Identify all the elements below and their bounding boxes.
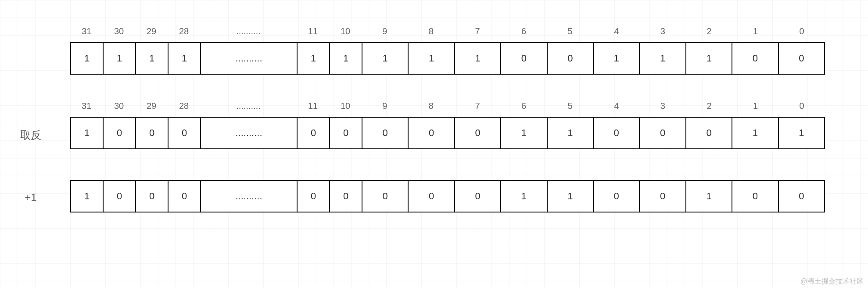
bit-cell: 0 [136, 181, 169, 212]
bit-cell: 1 [298, 43, 330, 74]
bit-cell: .......... [201, 118, 298, 148]
bit-index-header: 31302928..........11109876543210 [70, 101, 825, 113]
watermark: @稀土掘金技术社区 [800, 277, 864, 286]
bit-cell: 0 [362, 181, 409, 212]
bit-index-c2: 2 [686, 26, 732, 39]
bit-index-c0: 0 [778, 101, 825, 113]
bit-index-header: 31302928..........11109876543210 [70, 26, 825, 39]
bit-cell: 0 [298, 181, 330, 212]
bit-cell: 1 [362, 43, 409, 74]
diagram-stage: @稀土掘金技术社区 31302928..........111098765432… [0, 0, 868, 288]
bit-row-block-plus-one: 1000..........000001100100 [70, 180, 825, 212]
bit-index-c8: 8 [408, 26, 455, 39]
bit-cell: 1 [686, 181, 732, 212]
bit-index-c10: 10 [329, 101, 362, 113]
bit-index-c28: 28 [168, 101, 200, 113]
bit-cell: 0 [362, 118, 409, 148]
bit-cell: 1 [501, 181, 547, 212]
bit-cell: 0 [732, 43, 778, 74]
bit-index-c0: 0 [778, 26, 825, 39]
bit-cell: 0 [779, 181, 824, 212]
bit-index-ell: .......... [200, 26, 297, 39]
bit-cell: 0 [104, 118, 136, 148]
bit-index-c5: 5 [547, 101, 593, 113]
bit-cell: 1 [548, 118, 594, 148]
bit-cell: 1 [640, 43, 686, 74]
bit-index-c29: 29 [135, 101, 168, 113]
bit-cell: 0 [732, 181, 778, 212]
bit-index-c30: 30 [103, 101, 135, 113]
bit-cell: 0 [779, 43, 824, 74]
bit-index-c7: 7 [454, 26, 501, 39]
bit-cell: 0 [455, 181, 501, 212]
bit-index-c31: 31 [70, 26, 103, 39]
bit-index-c28: 28 [168, 26, 200, 39]
bit-index-c11: 11 [297, 101, 329, 113]
bit-row-block-invert: 31302928..........111098765432101000....… [70, 101, 825, 149]
bit-index-c4: 4 [593, 26, 640, 39]
bit-cell: 1 [455, 43, 501, 74]
bit-cell: 1 [71, 43, 104, 74]
bit-cell: 1 [594, 43, 640, 74]
bit-cell: 0 [330, 118, 362, 148]
bit-cell: 0 [594, 118, 640, 148]
bit-cell: 0 [330, 181, 362, 212]
bit-cell: 0 [640, 118, 686, 148]
bit-cell: 1 [501, 118, 547, 148]
row-label-invert: 取反 [0, 128, 61, 142]
bit-index-ell: .......... [200, 101, 297, 113]
bit-row-plus-one: 1000..........000001100100 [70, 180, 825, 212]
bit-index-c9: 9 [362, 26, 408, 39]
bit-cell: 0 [686, 118, 732, 148]
bit-index-c3: 3 [640, 101, 686, 113]
bit-cell: 0 [298, 118, 330, 148]
bit-cell: 0 [640, 181, 686, 212]
bit-row-invert: 1000..........000001100011 [70, 117, 825, 149]
bit-cell: 1 [779, 118, 824, 148]
bit-cell: 0 [169, 118, 201, 148]
bit-index-c10: 10 [329, 26, 362, 39]
bit-cell: 1 [136, 43, 169, 74]
bit-cell: 0 [409, 181, 455, 212]
bit-index-c8: 8 [408, 101, 455, 113]
bit-cell: 1 [548, 181, 594, 212]
bit-cell: .......... [201, 181, 298, 212]
bit-cell: 0 [455, 118, 501, 148]
bit-index-c6: 6 [501, 101, 547, 113]
bit-index-c11: 11 [297, 26, 329, 39]
bit-cell: 1 [71, 118, 104, 148]
bit-index-c6: 6 [501, 26, 547, 39]
bit-index-c4: 4 [593, 101, 640, 113]
bit-index-c30: 30 [103, 26, 135, 39]
bit-index-c3: 3 [640, 26, 686, 39]
bit-index-c31: 31 [70, 101, 103, 113]
bit-cell: 0 [169, 181, 201, 212]
bit-cell: 0 [548, 43, 594, 74]
bit-index-c5: 5 [547, 26, 593, 39]
bit-cell: 0 [136, 118, 169, 148]
row-label-plus-one: +1 [0, 191, 61, 204]
bit-cell: 1 [104, 43, 136, 74]
bit-index-c1: 1 [732, 26, 779, 39]
bit-cell: 0 [501, 43, 547, 74]
bit-cell: 0 [594, 181, 640, 212]
bit-cell: 1 [732, 118, 778, 148]
bit-index-c1: 1 [732, 101, 779, 113]
bit-index-c9: 9 [362, 101, 408, 113]
bit-cell: 0 [104, 181, 136, 212]
bit-cell: 1 [409, 43, 455, 74]
bit-index-c7: 7 [454, 101, 501, 113]
bit-cell: 1 [686, 43, 732, 74]
bit-cell: .......... [201, 43, 298, 74]
bit-index-c2: 2 [686, 101, 732, 113]
bit-index-c29: 29 [135, 26, 168, 39]
bit-row-original: 1111..........111110011100 [70, 42, 825, 75]
bit-row-block-original: 31302928..........111098765432101111....… [70, 26, 825, 75]
bit-cell: 0 [409, 118, 455, 148]
bit-cell: 1 [71, 181, 104, 212]
bit-cell: 1 [330, 43, 362, 74]
bit-cell: 1 [169, 43, 201, 74]
